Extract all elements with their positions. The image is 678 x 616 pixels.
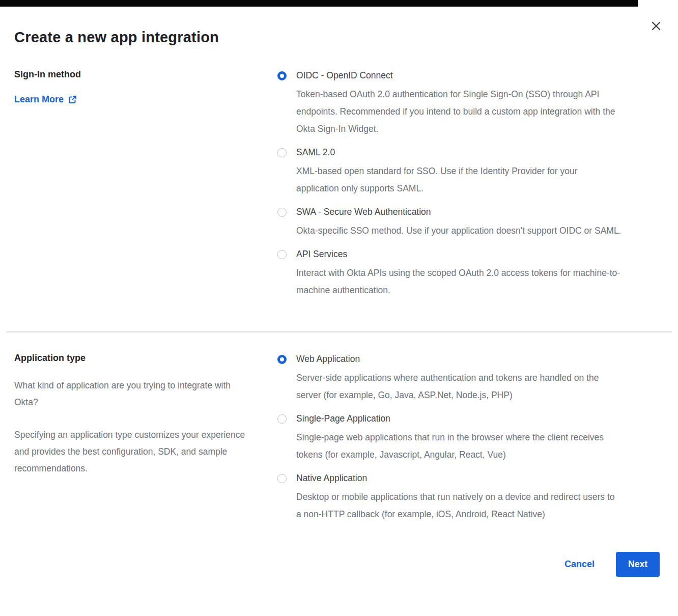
external-link-icon [68,95,77,104]
radio-option-native-application[interactable]: Native Application Desktop or mobile app… [277,472,660,523]
radio-icon-oidc[interactable] [277,71,287,80]
radio-option-saml[interactable]: SAML 2.0 XML-based open standard for SSO… [277,146,660,197]
radio-icon-saml[interactable] [277,148,287,157]
application-type-section: Application type What kind of applicatio… [14,353,660,531]
option-description: Okta-specific SSO method. Use if your ap… [296,222,621,239]
radio-option-swa[interactable]: SWA - Secure Web Authentication Okta-spe… [277,206,660,239]
learn-more-label: Learn More [14,94,64,105]
dialog-content: Create a new app integration Sign-in met… [0,0,678,577]
learn-more-link[interactable]: Learn More [14,94,77,105]
radio-icon-web-application[interactable] [277,355,287,364]
radio-option-api-services[interactable]: API Services Interact with Okta APIs usi… [277,248,660,299]
radio-icon-single-page-application[interactable] [277,414,287,424]
option-description: Token-based OAuth 2.0 authentication for… [296,86,622,137]
option-description: Single-page web applications that run in… [296,429,622,463]
signin-method-label: Sign-in method [14,69,277,80]
radio-icon-api-services[interactable] [277,250,287,259]
cancel-button[interactable]: Cancel [564,559,595,570]
radio-icon-swa[interactable] [277,208,287,217]
application-type-label: Application type [14,353,277,363]
option-description: Desktop or mobile applications that run … [296,488,622,523]
next-button[interactable]: Next [616,552,660,577]
dialog-footer: Cancel Next [14,552,660,577]
radio-option-web-application[interactable]: Web Application Server-side applications… [277,353,660,404]
application-type-note: Specifying an application type customize… [14,427,255,477]
section-divider [6,331,672,332]
close-x-glyph [651,21,661,31]
option-label: OIDC - OpenID Connect [296,69,622,82]
application-type-question: What kind of application are you trying … [14,377,255,411]
option-description: Interact with Okta APIs using the scoped… [296,264,622,299]
radio-option-single-page-application[interactable]: Single-Page Application Single-page web … [277,412,660,463]
dialog-title: Create a new app integration [14,0,660,46]
option-label: Native Application [296,472,622,485]
option-label: Web Application [296,353,622,366]
radio-icon-native-application[interactable] [277,474,287,483]
option-description: Server-side applications where authentic… [296,369,622,404]
option-label: Single-Page Application [296,412,622,425]
option-description: XML-based open standard for SSO. Use if … [296,162,622,197]
option-label: SWA - Secure Web Authentication [296,206,621,218]
option-label: API Services [296,248,622,261]
radio-option-oidc[interactable]: OIDC - OpenID Connect Token-based OAuth … [277,69,660,137]
close-icon[interactable] [649,19,663,33]
signin-method-section: Sign-in method Learn More OIDC - OpenID … [14,69,660,307]
page-top-bar [0,0,638,7]
option-label: SAML 2.0 [296,146,622,159]
